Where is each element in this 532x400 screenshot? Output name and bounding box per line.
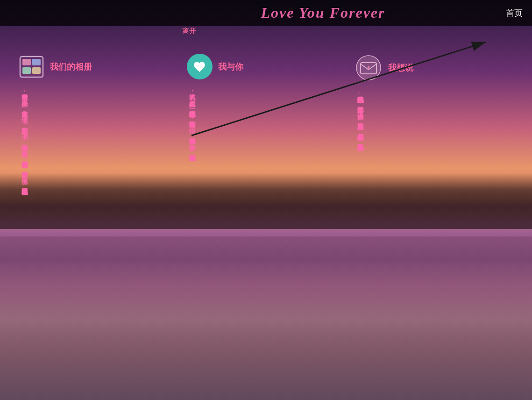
with-you-header: 我与你 xyxy=(187,54,346,79)
album-text: 举目望向天空，一抹不尽的美好。 夏天临之前，满了一地。 轻轻翻发的花，溜不了。 … xyxy=(19,89,30,238)
want-to-say-header: 我想说 xyxy=(355,54,513,82)
heart-icon[interactable] xyxy=(187,54,213,79)
svg-rect-5 xyxy=(22,67,31,74)
album-header: 我们的相册 xyxy=(19,54,177,79)
main-content: 我们的相册 举目望向天空，一抹不尽的美好。 夏天临之前，满了一地。 轻轻翻发的花… xyxy=(0,26,532,241)
home-link[interactable]: 首页 xyxy=(506,7,523,19)
svg-point-7 xyxy=(23,59,25,61)
want-to-say-section: 我想说 呼呼的心跳却总能代表我的情意。 想爱你其实很远，傍山涉水地追求。 可真才… xyxy=(355,54,513,241)
site-title: Love You Forever xyxy=(261,4,385,21)
header: Love You Forever 首页 xyxy=(0,0,532,26)
album-section: 我们的相册 举目望向天空，一抹不尽的美好。 夏天临之前，满了一地。 轻轻翻发的花… xyxy=(19,54,177,241)
svg-point-8 xyxy=(33,59,35,61)
with-you-title: 我与你 xyxy=(218,61,243,72)
album-icon xyxy=(19,54,44,79)
svg-rect-6 xyxy=(32,67,41,74)
letter-icon xyxy=(355,54,383,82)
want-to-say-text: 呼呼的心跳却总能代表我的情意。 想爱你其实很远，傍山涉水地追求。 可真才能是我的… xyxy=(355,91,366,241)
album-title: 我们的相册 xyxy=(50,61,92,72)
with-you-section: 我与你 时光的洪流，每个人的生命印刻成一枚。 底心的脉络聚成一幅最令我心的画面。… xyxy=(187,54,346,241)
want-to-say-title: 我想说 xyxy=(388,62,413,73)
with-you-text: 时光的洪流，每个人的生命印刻成一枚。 底心的脉络聚成一幅最令我心的画面。 这些光… xyxy=(187,89,199,238)
leave-label[interactable]: 离开 xyxy=(182,27,196,36)
